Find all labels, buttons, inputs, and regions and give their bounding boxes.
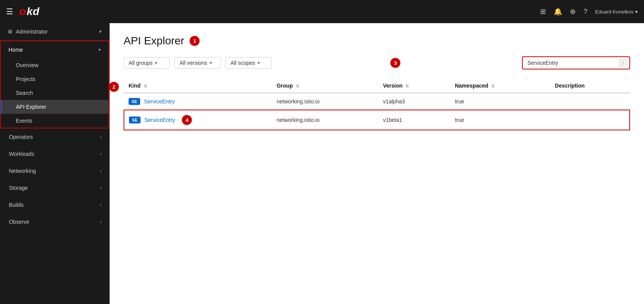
sidebar-item-observe[interactable]: Observe › xyxy=(0,213,109,230)
table-row: SE ServiceEntry 4 networking.istio.io v1… xyxy=(124,110,630,130)
row1-kind-link[interactable]: ServiceEntry xyxy=(144,98,175,105)
namespaced-sort-icon[interactable]: ⇅ xyxy=(491,84,495,88)
okd-logo: o kd xyxy=(19,5,39,18)
row2-kind-cell-inner: SE ServiceEntry 4 xyxy=(129,115,267,125)
api-explorer-label: API Explorer xyxy=(16,104,46,110)
row2-version: v1beta1 xyxy=(378,110,450,130)
row1-description xyxy=(550,93,630,110)
versions-filter-arrow-icon: ▾ xyxy=(210,60,212,66)
search-slash-icon: / xyxy=(619,59,626,67)
home-items: Overview Projects Search API Explorer Ev… xyxy=(1,58,108,128)
row1-kind-cell: SE ServiceEntry xyxy=(124,93,272,110)
storage-arrow-icon: › xyxy=(100,185,102,191)
row1-namespaced: true xyxy=(450,93,550,110)
builds-label: Builds xyxy=(9,202,24,208)
filters-row: All groups ▾ All versions ▾ All scopes ▾… xyxy=(124,56,630,69)
question-icon[interactable]: ? xyxy=(583,8,587,16)
row2-group: networking.istio.io xyxy=(272,110,378,130)
hamburger-icon[interactable]: ☰ xyxy=(6,7,13,16)
page-title-row: API Explorer 1 xyxy=(124,35,630,47)
row2-kind-cell: SE ServiceEntry 4 xyxy=(124,110,272,130)
storage-label: Storage xyxy=(9,185,28,191)
annotation-1: 1 xyxy=(190,36,200,46)
col-group: Group ⇅ xyxy=(272,79,378,93)
scopes-filter[interactable]: All scopes ▾ xyxy=(225,57,272,69)
bell-icon[interactable]: 🔔 xyxy=(554,7,562,16)
row1-group: networking.istio.io xyxy=(272,93,378,110)
groups-filter-arrow-icon: ▾ xyxy=(155,60,157,66)
main-layout: ⚙ Administrator ▾ Home ▾ Overview Projec… xyxy=(0,23,644,304)
table-row: SE ServiceEntry networking.istio.io v1al… xyxy=(124,93,630,110)
workloads-arrow-icon: › xyxy=(100,151,102,157)
events-label: Events xyxy=(16,118,32,124)
sidebar: ⚙ Administrator ▾ Home ▾ Overview Projec… xyxy=(0,23,110,304)
version-sort-icon[interactable]: ⇅ xyxy=(405,84,409,88)
group-sort-icon[interactable]: ⇅ xyxy=(296,84,299,88)
sidebar-item-overview[interactable]: Overview xyxy=(1,58,108,72)
row1-version: v1alpha3 xyxy=(378,93,450,110)
administrator-label: Administrator xyxy=(16,29,47,35)
annotation-2: 2 xyxy=(110,82,119,92)
versions-filter[interactable]: All versions ▾ xyxy=(175,57,221,69)
search-label: Search xyxy=(16,90,33,96)
table-header-row: Kind ⇅ Group ⇅ Version ⇅ xyxy=(124,79,630,93)
cog-icon: ⚙ xyxy=(8,29,13,35)
sidebar-item-events[interactable]: Events xyxy=(1,114,108,128)
logo-o: o xyxy=(19,5,26,18)
logo-kd: kd xyxy=(27,5,39,18)
search-container: / xyxy=(522,56,630,69)
home-label: Home xyxy=(8,47,23,53)
home-section: Home ▾ Overview Projects Search API Expl… xyxy=(0,41,109,128)
builds-arrow-icon: › xyxy=(100,202,102,208)
annotation-4: 4 xyxy=(182,115,192,125)
table-container: 2 Kind ⇅ Group ⇅ xyxy=(124,79,630,130)
networking-label: Networking xyxy=(9,168,36,174)
api-table: Kind ⇅ Group ⇅ Version ⇅ xyxy=(124,79,630,130)
home-header[interactable]: Home ▾ xyxy=(1,41,108,58)
overview-label: Overview xyxy=(16,62,38,68)
page-title: API Explorer xyxy=(124,35,184,47)
operators-label: Operators xyxy=(9,134,33,140)
grid-icon[interactable]: ⊞ xyxy=(540,7,546,16)
observe-arrow-icon: › xyxy=(100,219,102,225)
sidebar-item-api-explorer[interactable]: API Explorer xyxy=(1,100,108,114)
col-namespaced: Namespaced ⇅ xyxy=(450,79,550,93)
col-version: Version ⇅ xyxy=(378,79,450,93)
workloads-label: Workloads xyxy=(9,151,34,157)
row2-description xyxy=(550,110,630,130)
plus-icon[interactable]: ⊕ xyxy=(570,7,576,16)
operators-arrow-icon: › xyxy=(100,134,102,140)
row2-namespaced: true xyxy=(450,110,550,130)
administrator-section-left: ⚙ Administrator xyxy=(8,29,47,35)
sidebar-item-workloads[interactable]: Workloads › xyxy=(0,145,109,162)
topnav-left: ☰ o kd xyxy=(6,5,39,18)
user-name: Eduard Kunetkov xyxy=(595,9,634,15)
main-content: API Explorer 1 All groups ▾ All versions… xyxy=(110,23,644,304)
search-input[interactable] xyxy=(523,57,629,69)
row1-kind-badge: SE xyxy=(129,98,140,105)
groups-filter-label: All groups xyxy=(129,60,153,66)
sidebar-item-networking[interactable]: Networking › xyxy=(0,162,109,179)
scopes-filter-arrow-icon: ▾ xyxy=(258,60,260,66)
administrator-chevron-icon: ▾ xyxy=(99,29,102,34)
user-menu[interactable]: Eduard Kunetkov ▾ xyxy=(595,9,638,15)
content-inner: API Explorer 1 All groups ▾ All versions… xyxy=(110,23,644,304)
topnav-right: ⊞ 🔔 ⊕ ? Eduard Kunetkov ▾ xyxy=(540,7,638,16)
projects-label: Projects xyxy=(16,76,36,82)
row2-kind-link[interactable]: ServiceEntry xyxy=(144,117,175,123)
sidebar-item-projects[interactable]: Projects xyxy=(1,72,108,86)
sidebar-item-operators[interactable]: Operators › xyxy=(0,128,109,145)
annotation-3: 3 xyxy=(390,58,400,68)
kind-sort-icon[interactable]: ⇅ xyxy=(144,84,147,88)
networking-arrow-icon: › xyxy=(100,168,102,174)
observe-label: Observe xyxy=(9,219,29,225)
col-description: Description xyxy=(550,79,630,93)
sidebar-item-builds[interactable]: Builds › xyxy=(0,196,109,213)
sidebar-item-search[interactable]: Search xyxy=(1,86,108,100)
user-chevron-icon: ▾ xyxy=(635,9,638,15)
groups-filter[interactable]: All groups ▾ xyxy=(124,57,170,69)
sidebar-item-storage[interactable]: Storage › xyxy=(0,179,109,196)
versions-filter-label: All versions xyxy=(180,60,207,66)
administrator-section[interactable]: ⚙ Administrator ▾ xyxy=(0,23,109,41)
topnav: ☰ o kd ⊞ 🔔 ⊕ ? Eduard Kunetkov ▾ xyxy=(0,0,644,23)
